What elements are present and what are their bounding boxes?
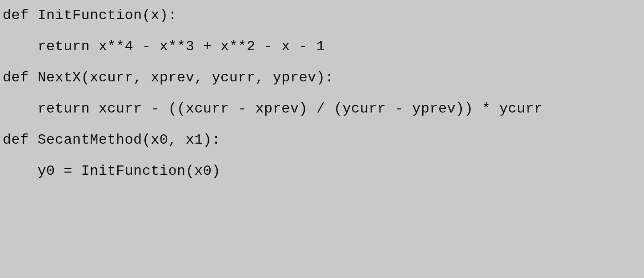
code-line: return xcurr - ((xcurr - xprev) / (ycurr… bbox=[3, 93, 641, 125]
code-line: y0 = InitFunction(x0) bbox=[3, 156, 641, 187]
code-block: def InitFunction(x): return x**4 - x**3 … bbox=[0, 0, 644, 187]
code-line: return x**4 - x**3 + x**2 - x - 1 bbox=[3, 31, 641, 62]
code-line: def NextX(xcurr, xprev, ycurr, yprev): bbox=[3, 62, 641, 93]
code-line: def SecantMethod(x0, x1): bbox=[3, 125, 641, 156]
code-line: def InitFunction(x): bbox=[3, 0, 641, 31]
